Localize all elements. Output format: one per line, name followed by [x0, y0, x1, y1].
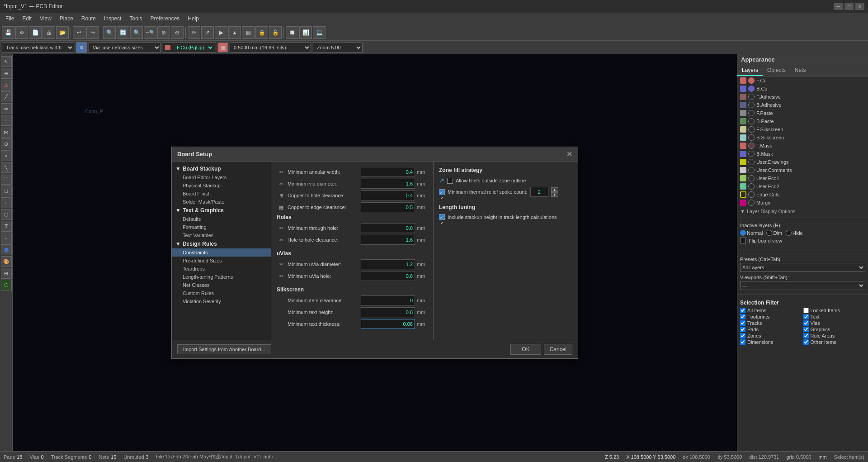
footprint-tool[interactable]: ⊞ — [1, 268, 12, 279]
diff-pair-tool[interactable]: ╪ — [1, 103, 12, 114]
grid-button[interactable]: ▦ — [242, 26, 255, 39]
select-tool[interactable]: ↖ — [1, 56, 12, 67]
menu-file[interactable]: File — [2, 14, 18, 23]
spoke-up[interactable]: ▲ — [551, 187, 558, 192]
layer-fcu[interactable]: F.Cu — [737, 76, 868, 85]
ok-button[interactable]: OK — [510, 344, 541, 355]
tab-layers[interactable]: Layers — [737, 65, 763, 76]
script-tool[interactable]: ⬡ — [1, 280, 12, 291]
layer-fcu-eye[interactable] — [748, 77, 755, 84]
open-button[interactable]: 📂 — [56, 26, 69, 39]
layer-edgecuts[interactable]: Edge.Cuts — [737, 191, 868, 199]
thermal-spoke-input[interactable] — [530, 187, 548, 197]
sidebar-item-text-variables[interactable]: Text Variables — [172, 231, 271, 239]
layer-bsilkscreen[interactable]: B.Silkscreen — [737, 133, 868, 142]
layer-usereco2[interactable]: User.Eco2 — [737, 182, 868, 191]
dialog-close-button[interactable]: ✕ — [566, 150, 572, 158]
layer-fadhesive-eye[interactable] — [748, 94, 755, 100]
layer-bpaste-eye[interactable] — [748, 118, 755, 124]
new-button[interactable]: 📄 — [29, 26, 42, 39]
sidebar-item-predefined-sizes[interactable]: Pre-defined Sizes — [172, 257, 271, 265]
silk-text-thickness-input[interactable] — [361, 319, 415, 329]
sidebar-item-board-finish[interactable]: Board Finish — [172, 190, 271, 198]
sidebar-item-violation-severity[interactable]: Violation Severity — [172, 297, 271, 305]
sidebar-item-net-classes[interactable]: Net Classes — [172, 281, 271, 289]
hole-hole-input[interactable] — [361, 235, 415, 245]
layer-margin-eye[interactable] — [748, 200, 755, 206]
sidebar-item-defaults[interactable]: Defaults — [172, 215, 271, 223]
grid-select[interactable]: 0.5000 mm (19.69 mils) — [230, 43, 311, 52]
copper-hole-input[interactable] — [361, 191, 415, 200]
sidebar-item-constraints[interactable]: Constraints — [172, 248, 271, 257]
layer-bcu-eye[interactable] — [748, 86, 755, 92]
layer-bpaste[interactable]: B.Paste — [737, 117, 868, 125]
diff-tune-tool[interactable]: ⋈ — [1, 127, 12, 138]
include-stackup-checkbox[interactable]: ✓ — [439, 214, 445, 220]
uvia-diameter-input[interactable] — [361, 259, 415, 269]
layer-fmask-eye[interactable] — [748, 143, 755, 149]
menu-inspect[interactable]: Inspect — [100, 14, 125, 23]
rect-tool[interactable]: □ — [1, 186, 12, 196]
layer-options-button[interactable]: ▦ — [218, 43, 228, 52]
menu-tools[interactable]: Tools — [126, 14, 146, 23]
menu-preferences[interactable]: Preferences — [147, 14, 184, 23]
inspect-tool[interactable]: ⊕ — [1, 68, 12, 79]
radio-dim[interactable]: Dim — [766, 230, 782, 236]
thermal-spoke-checkbox[interactable]: ✓ — [439, 189, 445, 195]
menu-route[interactable]: Route — [78, 14, 99, 23]
via-size-select[interactable]: Via: use netclass sizes — [89, 43, 161, 52]
zoom-select[interactable]: Zoom 5.00 — [313, 43, 363, 52]
layer-fadhesive[interactable]: F.Adhesive — [737, 93, 868, 101]
color-tool[interactable]: 🎨 — [1, 256, 12, 267]
filter-vias-checkbox[interactable] — [803, 320, 809, 326]
menu-edit[interactable]: Edit — [19, 14, 35, 23]
sidebar-item-board-editor-layers[interactable]: Board Editor Layers — [172, 173, 271, 181]
board-button[interactable]: 🔲 — [286, 26, 298, 39]
filter-locked-items-checkbox[interactable] — [803, 308, 809, 313]
via-tool[interactable]: ⊙ — [1, 138, 12, 149]
menu-place[interactable]: Place — [56, 14, 77, 23]
tab-nets[interactable]: Nets — [790, 65, 811, 76]
refresh-button[interactable]: 🔄 — [117, 26, 129, 39]
filter-graphics-checkbox[interactable] — [803, 327, 809, 332]
sidebar-item-teardrops[interactable]: Teardrops — [172, 265, 271, 273]
import-settings-button[interactable]: Import Settings from Another Board... — [177, 344, 271, 354]
filter-other-items-checkbox[interactable] — [803, 339, 809, 345]
filter-pads-checkbox[interactable] — [740, 327, 745, 332]
layer-edgecuts-eye[interactable] — [748, 191, 755, 198]
zoom-fit-button[interactable]: ⊕ — [157, 26, 170, 39]
layer-bmask[interactable]: B.Mask — [737, 150, 868, 158]
canvas-area[interactable]: Conn_P Board Setup ✕ — [13, 54, 737, 451]
filter-rule-areas-checkbox[interactable] — [803, 333, 809, 338]
undo-button[interactable]: ↩ — [73, 26, 85, 39]
filter-all-items-checkbox[interactable] — [740, 308, 745, 313]
arrow-button[interactable]: ↗ — [201, 26, 214, 39]
text-tool[interactable]: T — [1, 221, 12, 232]
settings-button[interactable]: ⚙ — [15, 26, 28, 39]
layer-fpaste-eye[interactable] — [748, 110, 755, 116]
cancel-button[interactable]: Cancel — [544, 344, 572, 355]
sidebar-item-physical-stackup[interactable]: Physical Stackup — [172, 181, 271, 190]
radio-normal[interactable]: Normal — [740, 230, 763, 236]
copper-edge-input[interactable] — [361, 202, 415, 212]
filter-text-checkbox[interactable] — [803, 314, 809, 319]
layer-fpaste[interactable]: F.Paste — [737, 109, 868, 117]
layer-usereco1-eye[interactable] — [748, 175, 755, 181]
track-width-select[interactable]: Track: use netclass width — [2, 43, 74, 52]
draw-line-tool[interactable]: ╲ — [1, 162, 12, 173]
layer-usereco1[interactable]: User.Eco1 — [737, 174, 868, 182]
layer-fsilkscreen-eye[interactable] — [748, 126, 755, 133]
presets-select[interactable]: All Layers — [740, 263, 865, 272]
flip-board-checkbox[interactable] — [740, 238, 746, 243]
through-hole-input[interactable] — [361, 223, 415, 233]
play-button[interactable]: ▶ — [215, 26, 227, 39]
scripting-button[interactable]: 💻 — [313, 26, 326, 39]
dimension-tool[interactable]: ↔ — [1, 233, 12, 243]
lock-button[interactable]: 🔒 — [255, 26, 268, 39]
track-mode-button[interactable]: ≡ — [76, 42, 87, 53]
uvia-hole-input[interactable] — [361, 271, 415, 281]
pad-tool[interactable]: ▫ — [1, 150, 12, 161]
route-tool[interactable]: ╱ — [1, 91, 12, 102]
maximize-button[interactable]: □ — [844, 3, 854, 10]
layer-userdrawings[interactable]: User.Drawings — [737, 158, 868, 166]
